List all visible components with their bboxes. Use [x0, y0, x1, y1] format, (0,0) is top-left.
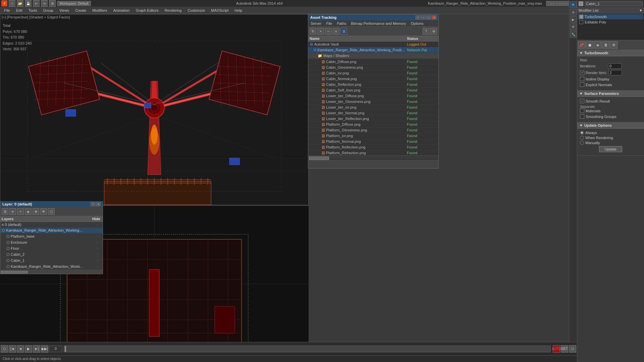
menu-edit[interactable]: Edit — [13, 8, 25, 13]
menu-customize[interactable]: Customize — [185, 8, 208, 13]
at-table-row[interactable]: 🖼Cabin_Self_Ilum.pngFound — [308, 87, 438, 93]
layer-options[interactable]: ··· — [95, 253, 101, 256]
layer-options[interactable]: ··· — [95, 259, 101, 262]
menu-tools[interactable]: Tools — [26, 8, 40, 13]
layer-row[interactable]: ⬡ Kamikaze_Ranger_Ride_Attraction_Workin… — [0, 264, 103, 270]
manually-radio[interactable]: Manually — [580, 141, 641, 145]
render-iters-input[interactable] — [608, 70, 622, 75]
menu-maxscript[interactable]: MAXScript — [208, 8, 231, 13]
at-table-row[interactable]: 🖼Platform_Diffuse.pngFound — [308, 122, 438, 127]
menu-modifiers[interactable]: Modifiers — [90, 8, 110, 13]
layer-render-btn[interactable]: ⬡ — [48, 208, 55, 215]
at-table-row[interactable]: 🖼Platform_Refraction.pngFound — [308, 150, 438, 156]
layer-row[interactable]: ⬡ Enclosure··· — [0, 240, 103, 246]
redo-btn[interactable]: ↪ — [41, 0, 48, 7]
render-iters-checkbox[interactable] — [580, 71, 584, 75]
when-rendering-radio[interactable]: When Rendering — [580, 136, 641, 140]
smooth-result-checkbox[interactable] — [580, 99, 584, 103]
remove-modifier-btn[interactable]: 🗑 — [602, 41, 609, 49]
at-table-row[interactable]: 🖼Lower_tier_Reflection.pngFound — [308, 116, 438, 122]
materials-checkbox[interactable] — [580, 109, 584, 113]
layer-row[interactable]: ⬡ Kamikaze_Ranger_Ride_Attraction_Workin… — [0, 228, 103, 234]
anim-auto-key-btn[interactable]: AUTO — [553, 345, 560, 353]
at-table-row[interactable]: 🏛Autodesk VaultLogged Out — [308, 42, 438, 47]
layer-freeze-btn[interactable]: ❄ — [33, 208, 39, 215]
at-table-row[interactable]: 🖼Cabin_ior.pngFound — [308, 70, 438, 76]
display-tab-btn[interactable]: 👁 — [570, 23, 577, 30]
layer-row[interactable]: ⬡ Platform_base··· — [0, 234, 103, 240]
asset-tracking-hscroll[interactable] — [308, 156, 438, 160]
at-table-row[interactable]: 🖼Lower_tier_Glossiness.pngFound — [308, 99, 438, 105]
object-name-input[interactable] — [585, 1, 643, 6]
at-help-btn[interactable]: ? — [423, 28, 429, 35]
layer-options[interactable]: ··· — [95, 223, 101, 227]
layer-panel-close-btn[interactable]: ✕ — [96, 202, 101, 206]
at-detail-view-btn[interactable]: ☰ — [340, 28, 347, 35]
at-table-row[interactable]: 🖼Lower_tier_ior.pngFound — [308, 105, 438, 110]
at-add-btn[interactable]: + — [317, 28, 324, 35]
at-table-row[interactable]: 🖼Cabin_Diffuse.pngFound — [308, 59, 438, 65]
asset-tracking-minimize-btn[interactable]: ─ — [421, 15, 426, 19]
explicit-normals-checkbox[interactable] — [580, 82, 584, 87]
anim-key-mode-btn[interactable]: ⬡ — [1, 345, 8, 353]
menu-help[interactable]: Help — [232, 8, 245, 13]
layer-add-btn[interactable]: ☰ — [2, 208, 8, 215]
workspace-dropdown[interactable]: Workspace: Default — [57, 1, 91, 6]
layer-row[interactable]: ⬡ Cabin_2··· — [0, 252, 103, 258]
menu-views[interactable]: Views — [57, 8, 72, 13]
isoline-checkbox[interactable] — [580, 77, 584, 81]
menu-animation[interactable]: Animation — [111, 8, 132, 13]
update-options-header[interactable]: ▼ Update Options — [577, 122, 644, 129]
at-menu-server[interactable]: Server — [310, 21, 322, 26]
modify-tab-btn[interactable]: ⚒ — [570, 1, 577, 8]
layer-hide-btn[interactable]: 👁 — [40, 208, 47, 215]
anim-play-btn[interactable]: ▶ — [25, 345, 32, 353]
at-settings-btn[interactable]: ⚙ — [430, 28, 437, 35]
at-table-row[interactable]: 📁Maps / Shaders — [308, 53, 438, 59]
smoothing-groups-checkbox[interactable] — [580, 114, 584, 119]
turbosmooth-section-header[interactable]: ▼ TurboSmooth — [577, 50, 644, 56]
modifier-list-dropdown-arrow[interactable]: ▼ — [639, 8, 643, 12]
at-table-row[interactable]: MKamikaze_Ranger_Ride_Attraction_Working… — [308, 47, 438, 53]
anim-next-key-btn[interactable]: ►| — [33, 345, 40, 353]
at-table-row[interactable]: 🖼Lower_tier_Diffuse.pngFound — [308, 93, 438, 99]
modifier-turbosmooth[interactable]: ✓ TurboSmooth — [578, 14, 643, 19]
layer-options[interactable]: ··· — [95, 247, 101, 250]
layer-select-btn[interactable]: ◈ — [25, 208, 32, 215]
config-btn[interactable]: ⚙ — [610, 41, 618, 49]
anim-play-back-btn[interactable]: ◄ — [17, 345, 24, 353]
at-menu-options[interactable]: Options — [410, 21, 425, 26]
menu-group[interactable]: Group — [40, 8, 56, 13]
layer-options[interactable]: ··· — [95, 241, 101, 244]
show-result-btn[interactable]: ◼ — [586, 41, 593, 49]
always-radio[interactable]: Always — [580, 131, 641, 135]
layer-options[interactable]: ··· — [95, 265, 101, 268]
menu-graph-editors[interactable]: Graph Editors — [133, 8, 161, 13]
modifier-editable-poly[interactable]: Editable Poly — [578, 19, 643, 25]
at-remove-btn[interactable]: ─ — [325, 28, 332, 35]
at-refresh-btn[interactable]: ↻ — [310, 28, 316, 35]
menu-rendering[interactable]: Rendering — [162, 8, 184, 13]
viewport-main[interactable]: [+] [Perspective] [Shaded + Edged Faces] — [0, 14, 309, 205]
at-table-row[interactable]: 🖼Cabin_Reflection.pngFound — [308, 82, 438, 87]
at-table-row[interactable]: 🖼Platform_Glossiness.pngFound — [308, 127, 438, 133]
layer-options[interactable]: ··· — [95, 235, 101, 238]
menu-create[interactable]: Create — [72, 8, 89, 13]
asset-tracking-table-body[interactable]: 🏛Autodesk VaultLogged OutMKamikaze_Range… — [308, 42, 438, 156]
anim-key-filters-btn[interactable]: ⬡ — [569, 345, 576, 353]
at-menu-bitmap[interactable]: Bitmap Performance and Memory — [350, 21, 407, 26]
layer-row[interactable]: ⬡ Floor··· — [0, 246, 103, 252]
time-slider[interactable] — [64, 346, 551, 352]
anim-set-key-btn[interactable]: SET — [561, 345, 568, 353]
pin-btn[interactable]: 📌 — [578, 41, 585, 49]
at-table-row[interactable]: 🖼Cabin_Normal.pngFound — [308, 76, 438, 82]
at-table-row[interactable]: 🖼Platform_Normal.pngFound — [308, 139, 438, 144]
at-table-row[interactable]: 🖼Cabin_Glossiness.pngFound — [308, 65, 438, 70]
layer-scroll-bar[interactable] — [0, 270, 103, 274]
asset-tracking-close-btn[interactable]: ✕ — [432, 15, 436, 19]
menu-file[interactable]: File — [1, 8, 13, 13]
modifier-turbosmooth-checkbox[interactable]: ✓ — [579, 15, 583, 19]
at-table-row[interactable]: 🖼Platform_Reflection.pngFound — [308, 144, 438, 150]
at-table-row[interactable]: 🖼Lower_tier_Normal.pngFound — [308, 110, 438, 116]
layer-delete-btn[interactable]: ✕ — [9, 208, 16, 215]
